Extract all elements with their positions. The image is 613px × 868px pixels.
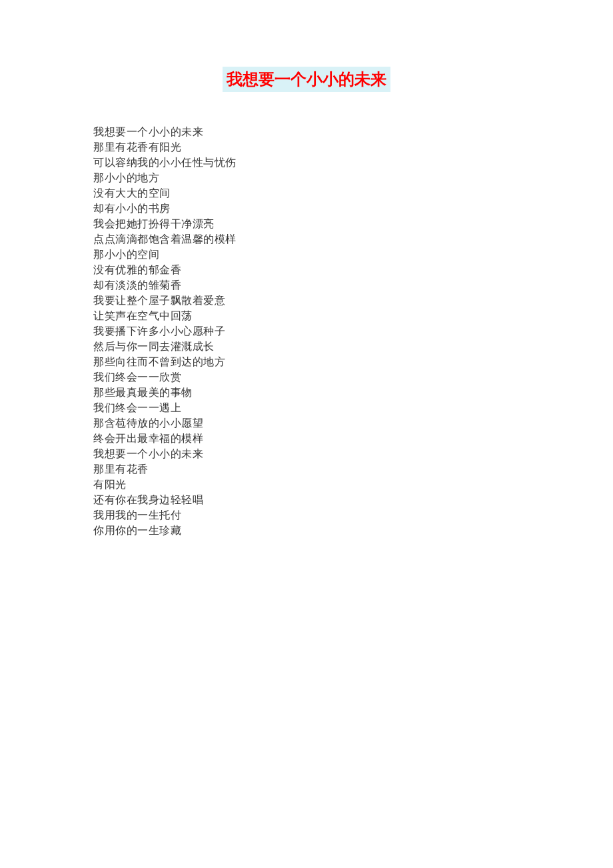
poem-body: 我想要一个小小的未来那里有花香有阳光可以容纳我的小小任性与忧伤那小小的地方没有大… xyxy=(93,124,520,538)
poem-line: 那些最真最美的事物 xyxy=(93,385,520,400)
poem-line: 我想要一个小小的未来 xyxy=(93,124,520,139)
poem-line: 让笑声在空气中回荡 xyxy=(93,308,520,323)
document-page: 我想要一个小小的未来 我想要一个小小的未来那里有花香有阳光可以容纳我的小小任性与… xyxy=(0,0,613,538)
poem-line: 我会把她打扮得干净漂亮 xyxy=(93,216,520,231)
poem-line: 那小小的空间 xyxy=(93,247,520,262)
poem-line: 可以容纳我的小小任性与忧伤 xyxy=(93,155,520,170)
poem-line: 没有大大的空间 xyxy=(93,185,520,201)
poem-line: 你用你的一生珍藏 xyxy=(93,523,520,538)
poem-line: 还有你在我身边轻轻唱 xyxy=(93,492,520,507)
poem-line: 终会开出最幸福的模样 xyxy=(93,431,520,446)
poem-line: 有阳光 xyxy=(93,477,520,492)
poem-line: 那里有花香 xyxy=(93,461,520,477)
document-title: 我想要一个小小的未来 xyxy=(223,67,390,92)
title-wrapper: 我想要一个小小的未来 xyxy=(93,67,520,124)
poem-line: 没有优雅的郁金香 xyxy=(93,262,520,277)
poem-line: 我们终会一一遇上 xyxy=(93,400,520,415)
poem-line: 我想要一个小小的未来 xyxy=(93,446,520,461)
poem-line: 我要播下许多小小心愿种子 xyxy=(93,323,520,339)
poem-line: 那含苞待放的小小愿望 xyxy=(93,415,520,431)
poem-line: 那些向往而不曾到达的地方 xyxy=(93,354,520,369)
poem-line: 那里有花香有阳光 xyxy=(93,139,520,155)
poem-line: 然后与你一同去灌溉成长 xyxy=(93,339,520,354)
poem-line: 我们终会一一欣赏 xyxy=(93,369,520,385)
poem-line: 却有小小的书房 xyxy=(93,201,520,216)
poem-line: 我用我的一生托付 xyxy=(93,507,520,523)
poem-line: 点点滴滴都饱含着温馨的模样 xyxy=(93,231,520,247)
poem-line: 却有淡淡的雏菊香 xyxy=(93,277,520,293)
poem-line: 我要让整个屋子飘散着爱意 xyxy=(93,293,520,308)
poem-line: 那小小的地方 xyxy=(93,170,520,185)
